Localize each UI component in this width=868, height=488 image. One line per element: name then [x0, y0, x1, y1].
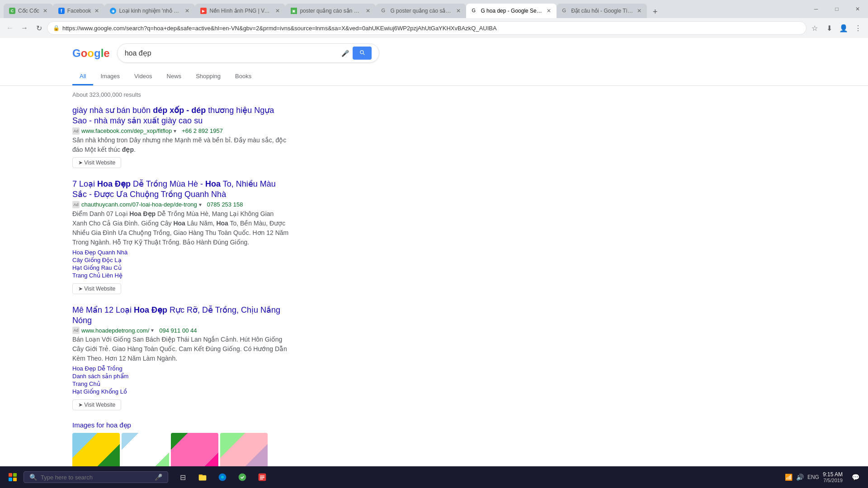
- tab-videos[interactable]: Videos: [127, 68, 160, 85]
- search-mic-icon[interactable]: 🎤: [341, 50, 349, 57]
- sublink-3-2[interactable]: Danh sách sản phẩm: [72, 373, 289, 380]
- win-icon-green: [13, 473, 17, 477]
- tab-news[interactable]: News: [160, 68, 189, 85]
- svg-rect-4: [260, 476, 264, 477]
- tab-bar: C Cốc Cốc ✕ f Facebook ✕ ◉ Loại kinh ngh…: [0, 0, 868, 18]
- tab-shopping[interactable]: Shopping: [189, 68, 228, 85]
- tab-title-8: Đặt câu hỏi - Google Tìm...: [571, 8, 633, 14]
- tab-all[interactable]: All: [72, 68, 93, 85]
- image-thumb-sunflower[interactable]: [72, 433, 120, 469]
- ad-result-1: giày nhà sư bán buôn dép xốp - dép thươn…: [72, 105, 289, 168]
- taskbar-notification-button[interactable]: 💬: [846, 468, 864, 486]
- profile-button[interactable]: 👤: [837, 22, 850, 34]
- taskbar-green-app[interactable]: [233, 468, 251, 486]
- search-input[interactable]: [125, 49, 341, 57]
- search-box[interactable]: 🎤: [117, 43, 379, 63]
- result-title-2[interactable]: 7 Loại Hoa Đẹp Dễ Trồng Mùa Hè - Hoa To,…: [72, 179, 289, 200]
- bookmark-button[interactable]: ☆: [808, 22, 821, 34]
- logo-o1: o: [81, 47, 88, 59]
- taskbar-search-box[interactable]: 🔍 🎤: [24, 471, 168, 483]
- tab-title-coccoc: Cốc Cốc: [18, 8, 39, 14]
- logo-g2: g: [94, 47, 101, 59]
- result-title-1[interactable]: giày nhà sư bán buôn dép xốp - dép thươn…: [72, 105, 289, 127]
- taskbar-red-app[interactable]: [253, 468, 271, 486]
- sublink-3-4[interactable]: Hạt Giống Khổng Lồ: [72, 388, 289, 395]
- tab-close-4[interactable]: ✕: [275, 8, 280, 14]
- taskbar-network-icon[interactable]: 📶: [785, 474, 793, 481]
- search-button[interactable]: [353, 47, 372, 60]
- image-thumb-pink-rose[interactable]: [220, 433, 268, 469]
- tab-coccoc[interactable]: C Cốc Cốc ✕: [4, 4, 53, 18]
- tab-books[interactable]: Books: [228, 68, 259, 85]
- new-tab-button[interactable]: +: [649, 5, 661, 18]
- tab-favicon-3: ◉: [110, 8, 116, 14]
- taskbar-sound-icon[interactable]: 🔊: [796, 474, 804, 481]
- tab-3[interactable]: ◉ Loại kinh nghiệm 'nhỏ m... ✕: [104, 4, 195, 18]
- minimize-button[interactable]: ─: [806, 0, 826, 18]
- url-input[interactable]: [62, 25, 801, 32]
- tab-close-5[interactable]: ✕: [366, 8, 370, 14]
- svg-rect-1: [199, 474, 203, 476]
- images-header[interactable]: Images for hoa đẹp: [72, 421, 289, 429]
- image-thumb-white-rose[interactable]: [122, 433, 169, 469]
- tab-close-3[interactable]: ✕: [185, 8, 189, 14]
- svg-rect-5: [260, 477, 264, 478]
- result-phone-1: +66 2 892 1957: [182, 127, 223, 134]
- taskbar-search-input[interactable]: [41, 474, 151, 481]
- tab-close-facebook[interactable]: ✕: [94, 8, 99, 14]
- tab-4[interactable]: ▶ Nền Hình ảnh PNG | Vec... ✕: [195, 4, 285, 18]
- visit-btn-2[interactable]: ➤ Visit Website: [72, 283, 121, 294]
- sublink-2-2[interactable]: Cây Giống Độc Lạ: [72, 257, 289, 263]
- tab-images[interactable]: Images: [93, 68, 127, 85]
- close-button[interactable]: ✕: [847, 0, 868, 18]
- tab-title-google: G hoa dep - Google Search: [481, 8, 543, 14]
- image-thumb-pink-flower[interactable]: [171, 433, 218, 469]
- google-logo[interactable]: Google: [72, 47, 110, 60]
- address-bar[interactable]: 🔒: [47, 21, 807, 35]
- back-button[interactable]: ←: [4, 22, 16, 34]
- visit-btn-3[interactable]: ➤ Visit Website: [72, 399, 121, 410]
- ad-result-2: 7 Loại Hoa Đẹp Dễ Trồng Mùa Hè - Hoa To,…: [72, 179, 289, 294]
- result-url-2: chauthuycanh.com/07-loai-hoa-dep/de-tron…: [81, 201, 197, 208]
- forward-button[interactable]: →: [18, 22, 31, 34]
- taskbar-task-view[interactable]: ⊟: [174, 468, 192, 486]
- taskbar-language[interactable]: ENG: [807, 474, 819, 480]
- tab-close-coccoc[interactable]: ✕: [43, 8, 47, 14]
- tab-close-google[interactable]: ✕: [547, 8, 551, 14]
- download-button[interactable]: ⬇: [823, 22, 835, 34]
- tab-close-6[interactable]: ✕: [456, 8, 461, 14]
- start-button[interactable]: [4, 468, 22, 486]
- windows-icon: [9, 473, 17, 481]
- sublink-3-1[interactable]: Hoa Đẹp Dễ Trồng: [72, 365, 289, 372]
- visit-btn-1[interactable]: ➤ Visit Website: [72, 157, 121, 168]
- taskbar-file-explorer[interactable]: [193, 468, 212, 486]
- result-url-1: www.facebook.com/dep_xop/fitflop: [81, 127, 172, 134]
- search-tabs: All Images Videos News Shopping Books: [0, 68, 868, 86]
- images-section: Images for hoa đẹp: [72, 421, 289, 469]
- tab-6[interactable]: G G poster quảng cáo sản ph... ✕: [376, 4, 466, 18]
- navigation-bar: ← → ↻ 🔒 ☆ ⬇ 👤 ⋮: [0, 18, 868, 38]
- sublink-2-4[interactable]: Trang Chủ Liên Hệ: [72, 272, 289, 279]
- result-title-3[interactable]: Mê Mẩn 12 Loại Hoa Đẹp Rực Rỡ, Dễ Trồng,…: [72, 305, 289, 326]
- tab-title-4: Nền Hình ảnh PNG | Vec...: [209, 8, 272, 14]
- dropdown-3[interactable]: ▾: [151, 327, 154, 333]
- tab-google-search[interactable]: G G hoa dep - Google Search ✕: [466, 4, 557, 18]
- tab-5[interactable]: ▣ poster quảng cáo sản ph... ✕: [285, 4, 376, 18]
- sublink-2-3[interactable]: Hạt Giống Rau Củ: [72, 264, 289, 271]
- tab-favicon-8: G: [562, 8, 568, 14]
- sublink-2-1[interactable]: Hoa Đẹp Quanh Nhà: [72, 249, 289, 256]
- taskbar-time: 9:15 AM: [823, 471, 843, 478]
- sublink-3-3[interactable]: Trang Chủ: [72, 380, 289, 387]
- svg-rect-0: [199, 475, 207, 481]
- tab-close-8[interactable]: ✕: [637, 8, 642, 14]
- refresh-button[interactable]: ↻: [33, 22, 45, 34]
- maximize-button[interactable]: □: [826, 0, 847, 18]
- tab-facebook[interactable]: f Facebook ✕: [53, 4, 105, 18]
- taskbar-mic-icon[interactable]: 🎤: [155, 474, 162, 481]
- win-icon-blue: [9, 478, 12, 481]
- dropdown-1[interactable]: ▾: [174, 128, 176, 134]
- tab-8[interactable]: G Đặt câu hỏi - Google Tìm... ✕: [557, 4, 647, 18]
- dropdown-2[interactable]: ▾: [199, 202, 202, 208]
- taskbar-edge-browser[interactable]: [213, 468, 231, 486]
- menu-button[interactable]: ⋮: [852, 22, 864, 34]
